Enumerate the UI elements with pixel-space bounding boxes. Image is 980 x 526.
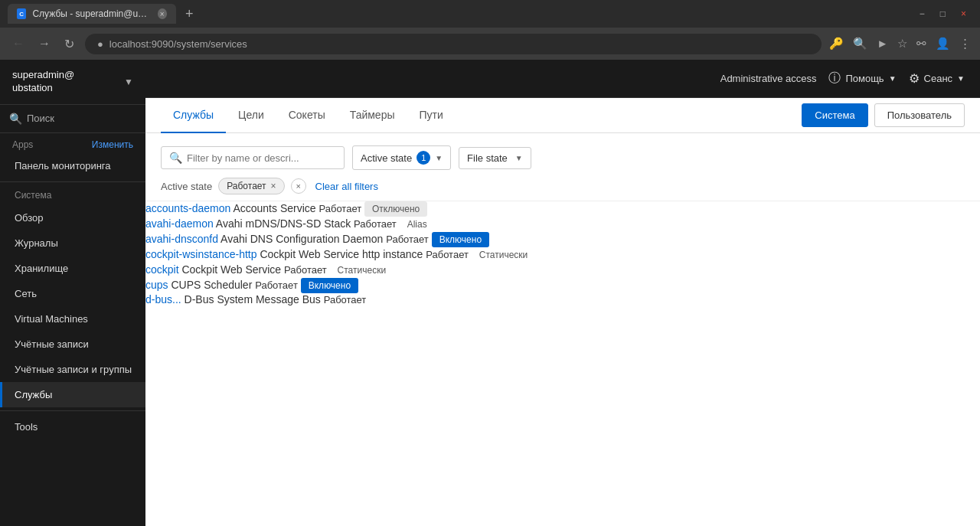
storage-label: Хранилище	[15, 263, 68, 274]
scope-system-button[interactable]: Система	[802, 103, 867, 127]
tab-targets[interactable]: Цели	[226, 98, 276, 133]
sidebar-item-accounts-groups[interactable]: Учётные записи и группы	[0, 357, 145, 382]
tabs-bar: Службы Цели Сокеты Таймеры Пути	[145, 98, 980, 133]
content-area: Administrative access ⓘ Помощь ▼ ⚙ Сеанс…	[145, 60, 980, 526]
table-row: accounts-daemon Accounts Service Работае…	[145, 201, 980, 217]
service-name-link[interactable]: cups	[145, 279, 168, 291]
sidebar-item-storage[interactable]: Хранилище	[0, 256, 145, 281]
service-name-link[interactable]: cockpit	[145, 263, 179, 276]
toolbar-icons: 🔑 🔍 ► ☆ ⚯ 👤 ⋮	[829, 37, 971, 51]
service-state: Включено	[432, 234, 489, 245]
service-description: CUPS Scheduler	[171, 279, 252, 291]
apps-label: Apps	[12, 139, 33, 150]
gear-icon: ⚙	[909, 71, 920, 86]
sidebar-item-tools[interactable]: Tools	[0, 414, 145, 439]
sidebar-user-chevron[interactable]: ▼	[124, 77, 133, 87]
send-icon[interactable]: ►	[877, 37, 888, 51]
clear-all-filters-button[interactable]: Clear all filters	[312, 181, 381, 192]
session-chevron: ▼	[957, 74, 965, 83]
table-row: cockpit Cockpit Web Service Работает Ста…	[145, 263, 980, 278]
service-description: D-Bus System Message Bus	[185, 293, 321, 305]
service-name-link[interactable]: cockpit-wsinstance-http	[145, 248, 257, 260]
service-name-link[interactable]: accounts-daemon	[145, 202, 230, 214]
tab-services[interactable]: Службы	[161, 98, 226, 133]
address-bar: ← → ↻ ● localhost:9090/system/services 🔑…	[0, 28, 980, 60]
change-link[interactable]: Изменить	[92, 139, 133, 150]
service-state: Включено	[301, 279, 358, 291]
state-badge: Alias	[400, 217, 435, 232]
tools-label: Tools	[15, 421, 38, 433]
state-badge: Включено	[432, 232, 489, 247]
service-name-link[interactable]: d-bus...	[145, 293, 181, 305]
sidebar-item-logs[interactable]: Журналы	[0, 230, 145, 256]
filter-bar: 🔍 Active state 1 ▼ File state ▼	[145, 133, 980, 201]
tab-paths[interactable]: Пути	[407, 98, 456, 133]
active-state-dropdown[interactable]: Active state 1 ▼	[352, 145, 451, 170]
sidebar-item-overview[interactable]: Обзор	[0, 205, 145, 230]
forward-button[interactable]: →	[35, 34, 54, 54]
accounts-label: Учётные записи	[15, 338, 89, 350]
help-icon: ⓘ	[828, 70, 841, 87]
page-content: Службы Цели Сокеты Таймеры Пути	[145, 98, 980, 526]
monitoring-label: Панель мониторинга	[15, 160, 111, 172]
service-description: Avahi mDNS/DNS-SD Stack	[216, 217, 351, 230]
apps-section: Apps Изменить	[0, 133, 145, 153]
refresh-button[interactable]: ↻	[61, 34, 77, 54]
session-button[interactable]: ⚙ Сеанс ▼	[909, 71, 965, 86]
new-tab-button[interactable]: +	[182, 6, 197, 22]
address-input[interactable]: ● localhost:9090/system/services	[85, 34, 822, 54]
clear-filter-button[interactable]: ×	[291, 178, 306, 194]
service-description: Accounts Service	[233, 202, 315, 214]
window-close[interactable]: ×	[955, 7, 972, 21]
sidebar-header: superadmin@ ubstation ▼	[0, 60, 145, 105]
active-state-tag: Работает ×	[218, 178, 284, 194]
sidebar-item-accounts[interactable]: Учётные записи	[0, 332, 145, 357]
browser-chrome: С Службы - superadmin@ubsta... × + − □ ×	[0, 0, 980, 28]
tag-close-button[interactable]: ×	[271, 181, 276, 191]
services-list: accounts-daemon Accounts Service Работае…	[145, 201, 980, 305]
service-description: Cockpit Web Service	[181, 263, 281, 276]
tab-timers[interactable]: Таймеры	[338, 98, 407, 133]
active-state-badge: 1	[416, 151, 430, 165]
tab-close-button[interactable]: ×	[158, 8, 167, 19]
sidebar-item-services[interactable]: Службы	[0, 382, 145, 407]
search-icon[interactable]: 🔍	[853, 37, 867, 51]
main-layout: superadmin@ ubstation ▼ 🔍 Поиск Apps Изм…	[0, 60, 980, 526]
window-maximize[interactable]: □	[934, 7, 952, 21]
vms-label: Virtual Machines	[15, 313, 88, 325]
help-chevron: ▼	[889, 74, 897, 83]
state-badge: Статически	[472, 247, 536, 263]
window-minimize[interactable]: −	[913, 7, 931, 21]
filter-search-box[interactable]: 🔍	[161, 146, 345, 169]
back-button[interactable]: ←	[9, 34, 28, 54]
search-label: Поиск	[27, 113, 54, 124]
window-controls: − □ ×	[224, 7, 972, 21]
service-state	[369, 294, 384, 305]
menu-icon[interactable]: ⋮	[959, 37, 971, 51]
extensions-icon[interactable]: ⚯	[916, 37, 926, 51]
profile-icon[interactable]: 👤	[936, 37, 950, 51]
active-state-tag-label: Active state	[161, 181, 212, 192]
browser-tab[interactable]: С Службы - superadmin@ubsta... ×	[8, 4, 176, 24]
file-state-dropdown[interactable]: File state ▼	[459, 147, 531, 169]
service-state: Статически	[330, 264, 394, 276]
service-name-link[interactable]: avahi-dnsconfd	[145, 233, 218, 245]
sidebar-search[interactable]: 🔍 Поиск	[0, 105, 145, 133]
service-description: Cockpit Web Service http instance	[260, 248, 423, 260]
service-state: Отключено	[364, 203, 427, 214]
help-button[interactable]: ⓘ Помощь ▼	[828, 70, 896, 87]
bookmark-icon[interactable]: ☆	[897, 37, 907, 51]
sidebar-item-network[interactable]: Сеть	[0, 281, 145, 306]
service-name-link[interactable]: avahi-daemon	[145, 217, 214, 230]
top-bar: Administrative access ⓘ Помощь ▼ ⚙ Сеанс…	[145, 60, 980, 98]
scope-user-button[interactable]: Пользователь	[874, 103, 965, 127]
filter-search-input[interactable]	[187, 152, 325, 164]
sidebar-user: superadmin@ ubstation	[12, 69, 74, 95]
table-row: d-bus... D-Bus System Message Bus Работа…	[145, 293, 980, 305]
sidebar-item-vms[interactable]: Virtual Machines	[0, 306, 145, 332]
service-status: Работает	[255, 279, 298, 291]
tab-favicon: С	[17, 8, 26, 19]
key-icon[interactable]: 🔑	[829, 37, 844, 51]
tab-sockets[interactable]: Сокеты	[276, 98, 338, 133]
sidebar-item-monitoring[interactable]: Панель мониторинга	[0, 153, 145, 178]
